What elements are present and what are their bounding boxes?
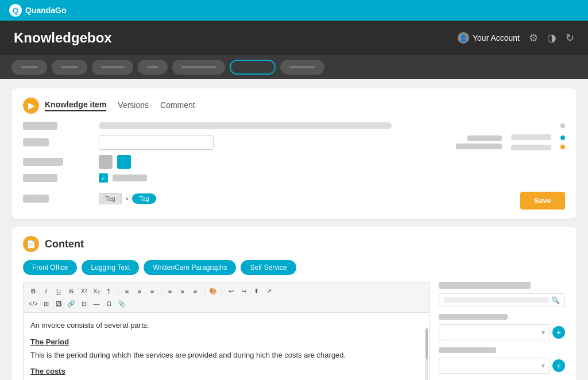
editor-scrollbar[interactable]	[425, 328, 428, 380]
field-input-2[interactable]	[99, 135, 214, 150]
page-title: Knowledgebox	[14, 30, 112, 46]
align-left-btn[interactable]: ≡	[165, 286, 175, 296]
omega-btn[interactable]: Ω	[104, 298, 114, 309]
paragraph-btn[interactable]: ¶	[104, 286, 114, 296]
editor-content[interactable]: An invoice consists of several parts: Th…	[24, 313, 429, 380]
nav-tab-6-active[interactable]	[230, 60, 276, 75]
save-button[interactable]: Save	[520, 192, 565, 210]
editor-intro: An invoice consists of several parts:	[30, 320, 422, 332]
input-square-gray[interactable]	[99, 155, 113, 169]
nav-tab-5[interactable]	[172, 60, 225, 75]
nav-tab-2[interactable]	[52, 60, 87, 75]
nav-bar	[0, 55, 588, 79]
underline-btn[interactable]: U	[53, 286, 64, 296]
upload-btn[interactable]: ⬆	[251, 286, 261, 296]
tag-separator: ×	[125, 195, 129, 202]
bold-btn[interactable]: B	[28, 286, 38, 296]
editor-section-1-title: The Period	[30, 336, 422, 348]
account-area[interactable]: 👤 Your Account	[458, 32, 520, 44]
toolbar-row-1: B I U S X² X₂ ¶ ≡ ≡ ≡ ≡ ≡ ≡	[28, 286, 424, 296]
field-label-2-area	[23, 138, 92, 146]
tab-knowledge-item[interactable]: Knowledge item	[45, 100, 106, 111]
refresh-icon[interactable]: ↻	[566, 32, 574, 44]
field-input-2-area	[99, 135, 443, 150]
grid-btn[interactable]: ⊟	[79, 298, 89, 309]
ordered-list-btn[interactable]: ≡	[122, 286, 132, 296]
side-dot-1-area	[450, 123, 565, 128]
content-card: 📄 Content Front Office Logging Text Writ…	[11, 227, 577, 380]
unordered-list-btn[interactable]: ≡	[134, 286, 145, 296]
right-label-1	[439, 314, 508, 320]
editor-section-1-body: This is the period during which the serv…	[30, 350, 422, 362]
main-content: ▶ Knowledge item Versions Comment	[0, 79, 588, 380]
content-section-header: 📄 Content	[23, 236, 565, 252]
search-icon: 🔍	[551, 296, 560, 304]
italic-btn[interactable]: I	[41, 286, 51, 296]
tag-blue-item[interactable]: Tag	[132, 193, 156, 204]
field-label-1	[23, 122, 57, 130]
tab-self-service[interactable]: Self Service	[241, 260, 296, 275]
save-btn-area: Save	[450, 187, 565, 210]
side-area-2	[450, 134, 565, 150]
field-input-1[interactable]	[99, 122, 392, 129]
input-square-blue[interactable]	[117, 155, 131, 169]
field-label-3	[23, 158, 63, 166]
field-label-4	[23, 174, 57, 182]
align-center-btn[interactable]: ≡	[177, 286, 188, 296]
logo-area[interactable]: Q QuandaGo	[9, 4, 67, 17]
knowledge-item-icon: ▶	[23, 98, 39, 114]
tab-versions[interactable]: Versions	[118, 100, 149, 111]
tab-logging-text[interactable]: Logging Text	[82, 260, 139, 275]
top-bar: Q QuandaGo	[0, 0, 588, 21]
tab-front-office[interactable]: Front Office	[23, 260, 77, 275]
right-label-2	[439, 347, 496, 353]
tab-writtencare[interactable]: WrittenCare Paragraphs	[144, 260, 236, 275]
nav-tab-4[interactable]	[138, 60, 168, 75]
knowledge-item-header: ▶ Knowledge item Versions Comment	[23, 98, 565, 114]
dot-gray-1	[560, 123, 565, 128]
code-btn[interactable]: </>	[28, 298, 38, 309]
dropdown-2[interactable]: ▾	[439, 358, 550, 374]
nav-tab-7[interactable]	[280, 60, 324, 75]
content-title: Content	[45, 238, 84, 250]
minus-btn[interactable]: —	[91, 298, 102, 309]
nav-tab-3[interactable]	[92, 60, 133, 75]
nav-tab-1[interactable]	[11, 60, 47, 75]
attach-btn[interactable]: 📎	[117, 298, 127, 309]
strikethrough-btn[interactable]: S	[66, 286, 76, 296]
align-right-btn[interactable]: ≡	[190, 286, 200, 296]
indent-btn[interactable]: ≡	[147, 286, 157, 296]
add-btn-2[interactable]: +	[552, 359, 565, 372]
color-btn[interactable]: 🎨	[208, 286, 218, 296]
undo-btn[interactable]: ↩	[226, 286, 236, 296]
link-btn[interactable]: 🔗	[66, 298, 76, 309]
dropdown-1[interactable]: ▾	[439, 324, 550, 340]
tag-gray-item[interactable]: Tag	[99, 193, 122, 204]
tab-comment[interactable]: Comment	[160, 100, 195, 111]
user-icon: 👤	[458, 32, 469, 44]
sep-1	[118, 287, 118, 295]
subscript-btn[interactable]: X₂	[91, 286, 102, 296]
header-bar: Knowledgebox 👤 Your Account ⚙ ◑ ↻	[0, 21, 588, 55]
dropdown-row-2: ▾ +	[439, 358, 565, 374]
image-btn[interactable]: 🖼	[53, 298, 64, 309]
right-panel: 🔍 ▾ + ▾ + ○	[439, 282, 565, 380]
checkbox-input[interactable]: ✓	[99, 173, 108, 183]
toolbar-row-2: </> ⊞ 🖼 🔗 ⊟ — Ω 📎	[28, 298, 424, 309]
redo-btn[interactable]: ↪	[238, 286, 249, 296]
search-input-fake	[444, 297, 549, 303]
account-label: Your Account	[473, 33, 520, 42]
gear-icon[interactable]: ⚙	[529, 32, 538, 44]
add-btn-1[interactable]: +	[552, 326, 565, 339]
table-btn[interactable]: ⊞	[41, 298, 51, 309]
accessibility-icon[interactable]: ◑	[547, 32, 556, 44]
cursor-btn[interactable]: ↗	[264, 286, 274, 296]
superscript-btn[interactable]: X²	[79, 286, 89, 296]
editor-toolbar: B I U S X² X₂ ¶ ≡ ≡ ≡ ≡ ≡ ≡	[24, 282, 429, 313]
knowledge-item-tabs: Knowledge item Versions Comment	[45, 100, 195, 111]
checkbox-label	[113, 175, 147, 181]
sep-4	[222, 287, 222, 295]
sep-2	[161, 287, 161, 295]
search-field[interactable]: 🔍	[439, 293, 565, 307]
content-icon: 📄	[23, 236, 39, 252]
